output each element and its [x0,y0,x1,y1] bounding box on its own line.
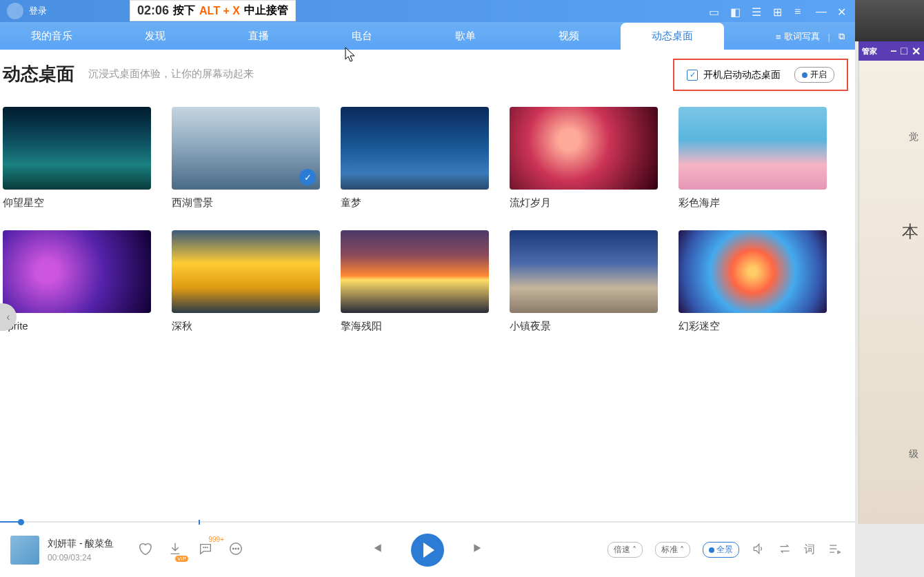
tooltip-time: 02:06 [137,3,169,18]
checkbox-icon: ✓ [687,70,698,81]
enable-toggle[interactable]: 开启 [794,67,834,83]
copy-icon[interactable]: ⧉ [838,31,845,42]
quality-label: 标准 [661,544,678,556]
page-header: 动态桌面 沉浸式桌面体验，让你的屏幕动起来 ✓ 开机启动动态桌面 开启 [3,62,855,86]
song-title[interactable]: 刘妍菲 - 酸菜鱼 [48,538,130,550]
play-icon [423,543,434,558]
wallpaper-card[interactable]: 小镇夜景 [510,230,658,333]
login-text[interactable]: 登录 [29,5,47,17]
app-header: 登录 ▭ ◧ ☰ ⊞ ≡ — ✕ [0,0,855,22]
autostart-checkbox[interactable]: ✓ 开机启动动态桌面 [687,69,781,81]
tab-dynamic-desktop[interactable]: 动态桌面 [621,23,724,50]
wallpaper-card[interactable]: 深秋 [172,230,320,333]
wallpaper-title: 流灯岁月 [510,196,658,210]
album-art[interactable] [10,536,39,565]
header-icons: ▭ ◧ ☰ ⊞ ≡ — ✕ [709,6,848,17]
header-icon-2[interactable]: ◧ [730,6,741,17]
header-icon-4[interactable]: ⊞ [773,6,784,17]
page-subtitle: 沉浸式桌面体验，让你的屏幕动起来 [88,68,254,81]
wallpaper-card[interactable]: 擎海残阳 [341,230,489,333]
wallpaper-card[interactable]: 幻彩迷空 [679,230,827,333]
background-titlebar: 管家 –□✕ [858,41,924,61]
svg-point-6 [238,548,239,549]
bg-app-label: 管家 [862,46,877,57]
tab-video[interactable]: 视频 [517,23,621,50]
tooltip-after: 中止接管 [244,3,288,18]
tab-playlist[interactable]: 歌单 [414,23,517,50]
selected-check-icon: ✓ [299,169,316,185]
page-title: 动态桌面 [3,62,74,86]
wallpaper-thumbnail: ✓ [172,107,320,190]
main-tabs: 我的音乐 发现 直播 电台 歌单 视频 动态桌面 ≡ 歌词写真 | ⧉ [0,22,855,50]
like-button[interactable] [137,541,152,559]
wallpaper-card[interactable]: 仰望星空 [3,107,151,210]
wallpaper-thumbnail [172,230,320,313]
repeat-button[interactable] [778,542,792,558]
header-icon-3[interactable]: ☰ [752,6,763,17]
vip-badge: VIP [175,556,188,562]
checkbox-label: 开机启动动态桌面 [703,69,781,81]
tab-live[interactable]: 直播 [207,23,310,50]
wallpaper-thumbnail [341,107,489,190]
wallpaper-thumbnail [679,107,827,190]
more-button[interactable] [228,541,243,559]
wallpaper-thumbnail [510,230,658,313]
progress-handle[interactable] [18,519,24,525]
wallpaper-card[interactable]: 童梦 [341,107,489,210]
bg-text: 觉 [909,131,918,143]
song-time: 00:09/03:24 [48,553,130,563]
volume-button[interactable] [752,542,765,558]
app-logo[interactable] [7,3,23,19]
wallpaper-thumbnail [3,230,151,313]
wallpaper-thumbnail [510,107,658,190]
minimize-icon[interactable]: — [816,6,827,17]
background-window: 觉 本 级 [858,41,924,524]
player-actions: VIP 999+ [137,541,243,559]
tab-my-music[interactable]: 我的音乐 [0,23,103,50]
wallpaper-title: 深秋 [172,320,320,333]
music-app-window: 登录 ▭ ◧ ☰ ⊞ ≡ — ✕ 02:06 按下 ALT + X 中止接管 我… [0,0,855,577]
wallpaper-thumbnail [679,230,827,313]
comment-button[interactable]: 999+ [198,541,213,559]
wallpaper-thumbnail [3,107,151,190]
player-right-controls: 倍速 ˄ 标准 ˄ 全景 词 [607,542,841,558]
wallpaper-title: 幻彩迷空 [679,320,827,333]
lyrics-label: 歌词写真 [784,30,820,43]
player-bar: 刘妍菲 - 酸菜鱼 00:09/03:24 VIP 999+ [0,522,855,577]
wallpaper-card[interactable]: 流灯岁月 [510,107,658,210]
play-button[interactable] [411,534,444,567]
playlist-button[interactable] [827,542,841,558]
prev-track-button[interactable] [370,541,383,558]
wallpaper-title: 小镇夜景 [510,320,658,333]
wallpaper-title: 西湖雪景 [172,196,320,210]
progress-marker [199,520,200,525]
header-icon-1[interactable]: ▭ [709,6,720,17]
content-area: 动态桌面 沉浸式桌面体验，让你的屏幕动起来 ✓ 开机启动动态桌面 开启 仰望星空… [0,50,855,522]
lyrics-button[interactable]: 词 [804,543,815,557]
page-controls-box: ✓ 开机启动动态桌面 开启 [673,59,848,91]
bg-text: 级 [909,448,918,460]
tooltip-before: 按下 [173,3,195,18]
svg-point-0 [203,547,204,547]
speed-button[interactable]: 倍速 ˄ [607,542,643,558]
svg-point-4 [233,548,234,549]
wallpaper-title: 仰望星空 [3,196,151,210]
panorama-button[interactable]: 全景 [703,542,739,558]
tab-radio[interactable]: 电台 [310,23,414,50]
quality-button[interactable]: 标准 ˄ [655,542,690,558]
tab-discover[interactable]: 发现 [103,23,207,50]
toggle-dot [802,72,807,78]
wallpaper-card[interactable]: ✓ 西湖雪景 [172,107,320,210]
wallpaper-thumbnail [341,230,489,313]
wallpaper-card[interactable]: 彩色海岸 [679,107,827,210]
close-icon[interactable]: ✕ [837,6,848,17]
dot-icon [709,547,714,553]
wallpaper-card[interactable]: sprite [3,230,151,333]
progress-track[interactable] [0,521,855,523]
tabs-right-controls: ≡ 歌词写真 | ⧉ [776,30,845,43]
hotkey-tooltip: 02:06 按下 ALT + X 中止接管 [130,0,296,21]
download-button[interactable]: VIP [168,541,183,559]
lyrics-photo-link[interactable]: ≡ 歌词写真 [776,30,820,43]
next-track-button[interactable] [472,541,485,558]
header-icon-5[interactable]: ≡ [794,6,805,17]
